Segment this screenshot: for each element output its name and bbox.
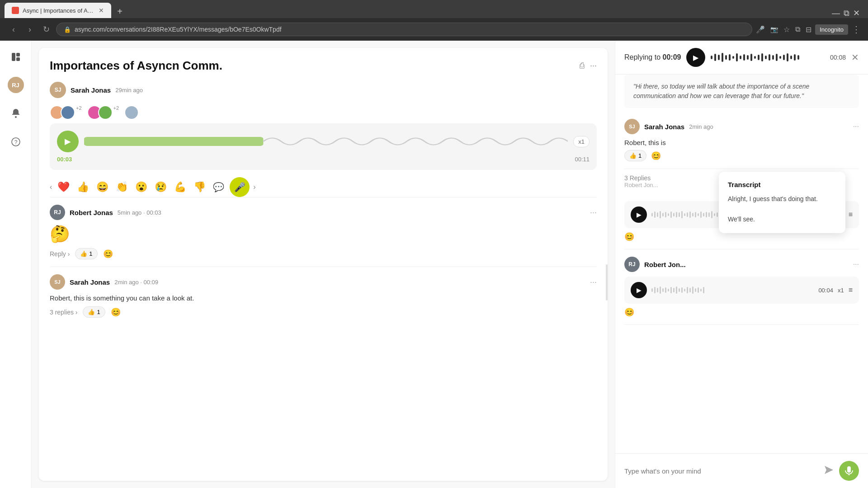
more-options-icon[interactable]: ··· [590, 61, 597, 70]
address-bar[interactable]: 🔒 async.com/conversations/2I88ReXEu5YlYX… [56, 23, 752, 36]
new-tab-button[interactable]: + [113, 5, 127, 18]
svg-rect-29 [790, 56, 792, 59]
window-minimize-button[interactable]: — [832, 9, 840, 18]
reaction-btn-1[interactable]: 😊 [103, 249, 113, 259]
svg-rect-53 [708, 212, 710, 217]
svg-rect-51 [703, 213, 704, 216]
reply-more-2[interactable]: ··· [590, 277, 597, 287]
microphone-icon[interactable]: 🎤 [756, 25, 765, 34]
right-scroll-arrow[interactable]: › [253, 183, 255, 191]
emoji-grin[interactable]: 😄 [94, 179, 110, 195]
user-avatar[interactable]: RJ [8, 77, 24, 93]
replying-close-button[interactable]: ✕ [851, 52, 859, 63]
tab-close-button[interactable]: ✕ [99, 7, 104, 14]
reply-more-1[interactable]: ··· [590, 208, 597, 217]
mic-record-button[interactable] [839, 461, 859, 481]
svg-rect-69 [681, 287, 683, 293]
reply-item-1: RJ Robert Jonas 5min ago · 00:03 ··· 🤔 R… [50, 197, 597, 267]
tab-title: Async | Importances of Asyncn Co... [23, 7, 95, 14]
svg-rect-16 [743, 54, 745, 61]
menu-button[interactable]: ⋮ [852, 24, 861, 35]
svg-rect-8 [714, 54, 716, 61]
left-scroll-arrow[interactable]: ‹ [50, 183, 52, 191]
extensions-icon[interactable]: ⧉ [795, 25, 800, 33]
svg-rect-63 [665, 287, 666, 293]
thread-avatar-robert: RJ [624, 257, 640, 272]
thread-reaction-btn-2[interactable]: 😊 [624, 307, 859, 317]
thread-reaction-btn-sarah[interactable]: 😊 [651, 151, 661, 161]
app-container: RJ ? Importances of Asyncn Comm. ⎙ ··· [0, 41, 868, 488]
svg-text:?: ? [14, 139, 17, 145]
active-tab[interactable]: Async | Importances of Asyncn Co... ✕ [5, 3, 111, 18]
reply-meta-2: 2min ago · 00:09 [114, 279, 158, 286]
star-icon[interactable]: ☆ [783, 25, 790, 34]
like-badge-1[interactable]: 👍 1 [75, 248, 97, 259]
thread-eq-icon-2[interactable]: ≡ [849, 286, 853, 294]
back-button[interactable]: ‹ [7, 23, 20, 36]
like-badge-2[interactable]: 👍 1 [83, 306, 105, 318]
reload-button[interactable]: ↻ [40, 23, 52, 36]
svg-rect-59 [654, 287, 656, 293]
speed-badge[interactable]: x1 [573, 136, 590, 147]
left-sidebar: RJ ? [0, 41, 32, 488]
mic-emoji-button[interactable]: 🎤 [230, 177, 250, 197]
sidebar-panel-icon[interactable] [7, 48, 25, 66]
audio-controls-row: ▶ x1 [57, 131, 590, 152]
main-play-button[interactable]: ▶ [57, 131, 79, 152]
notifications-icon[interactable] [7, 104, 25, 122]
reply-actions-2: 3 replies › 👍 1 😊 [50, 306, 597, 318]
emoji-comment[interactable]: 💬 [211, 180, 226, 194]
share-icon[interactable]: ⎙ [580, 61, 585, 70]
svg-rect-6 [84, 137, 263, 146]
svg-rect-11 [725, 55, 727, 60]
emoji-thumbsdown[interactable]: 👎 [192, 179, 208, 195]
thread-text-sarah: Robert, this is [624, 139, 859, 146]
emoji-thumbsup[interactable]: 👍 [75, 179, 91, 195]
svg-rect-40 [673, 213, 675, 216]
thread-reaction-btn-1[interactable]: 😊 [624, 232, 859, 242]
replies-count-link[interactable]: 3 replies › [50, 309, 77, 316]
replying-play-button[interactable]: ▶ [686, 48, 705, 67]
svg-rect-13 [732, 56, 734, 59]
thread-like-badge[interactable]: 👍 1 [624, 150, 646, 161]
svg-rect-28 [787, 53, 788, 61]
reply-avatar-sj: SJ [50, 274, 65, 290]
message-input-area [615, 453, 868, 488]
thread-play-button-2[interactable]: ▶ [631, 282, 647, 298]
forward-button[interactable]: › [24, 23, 36, 36]
svg-rect-75 [698, 287, 699, 293]
svg-point-3 [15, 116, 17, 118]
emoji-wow[interactable]: 😮 [133, 179, 149, 195]
emoji-heart[interactable]: ❤️ [56, 179, 71, 195]
emoji-clap[interactable]: 👏 [114, 179, 130, 195]
camera-icon[interactable]: 📷 [770, 26, 778, 33]
replying-label: Replying to 00:09 [624, 53, 681, 61]
emoji-muscle[interactable]: 💪 [172, 179, 188, 195]
reaction-btn-2[interactable]: 😊 [111, 307, 121, 317]
thread-eq-icon-1[interactable]: ≡ [849, 211, 853, 219]
sidebar-toggle-icon[interactable]: ⊟ [806, 25, 811, 34]
thread-play-button-1[interactable]: ▶ [631, 206, 647, 223]
thread-more-sarah[interactable]: ··· [853, 122, 859, 131]
thread-audio-time-2: 00:04 [818, 287, 833, 294]
incognito-button[interactable]: Incognito [815, 24, 848, 35]
thread-more-robert[interactable]: ··· [853, 260, 859, 268]
thread-audio-2: ▶ [624, 277, 859, 304]
svg-rect-36 [662, 213, 664, 216]
reply-header-2: SJ Sarah Jonas 2min ago · 00:09 ··· [50, 274, 597, 290]
svg-rect-10 [722, 53, 723, 62]
help-icon[interactable]: ? [7, 133, 25, 151]
window-close-button[interactable]: ✕ [853, 8, 860, 18]
send-button[interactable] [824, 465, 834, 477]
listener-avatar-5 [124, 105, 139, 120]
total-time: 00:11 [575, 156, 590, 163]
emoji-cry[interactable]: 😢 [153, 179, 169, 195]
svg-rect-24 [772, 55, 774, 60]
reply-button-1[interactable]: Reply › [50, 250, 70, 258]
conversation-header: Importances of Asyncn Comm. ⎙ ··· [50, 59, 597, 73]
main-content: Importances of Asyncn Comm. ⎙ ··· SJ Sar… [32, 41, 615, 488]
svg-rect-67 [676, 286, 677, 294]
window-restore-button[interactable]: ⧉ [844, 9, 849, 18]
message-input[interactable] [624, 467, 818, 475]
reply-avatar-rj: RJ [50, 205, 65, 220]
